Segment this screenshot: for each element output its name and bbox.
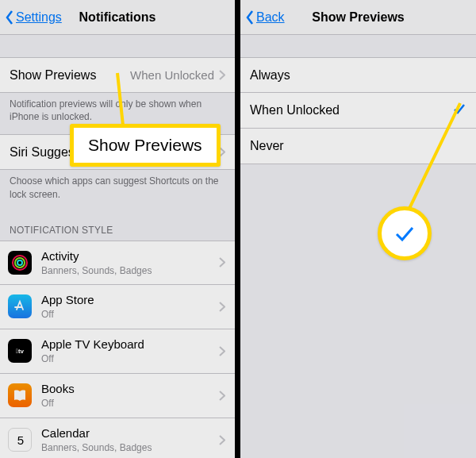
app-sub: Banners, Sounds, Badges bbox=[41, 442, 219, 453]
preview-option[interactable]: Always bbox=[240, 57, 476, 93]
siri-footer: Choose which apps can suggest Shortcuts … bbox=[0, 170, 235, 211]
notification-style-header: NOTIFICATION STYLE bbox=[0, 212, 235, 241]
show-previews-screen: Back Show Previews AlwaysWhen UnlockedNe… bbox=[240, 0, 476, 458]
svg-point-2 bbox=[17, 260, 22, 265]
app-sub: Off bbox=[41, 353, 219, 364]
app-sub: Banners, Sounds, Badges bbox=[41, 265, 219, 276]
option-label: When Unlocked bbox=[250, 103, 452, 117]
chevron-right-icon bbox=[219, 391, 225, 401]
chevron-left-icon bbox=[5, 10, 14, 25]
chevron-right-icon bbox=[219, 435, 225, 445]
app-row[interactable]: ActivityBanners, Sounds, Badges bbox=[0, 241, 235, 285]
activity-icon bbox=[8, 251, 32, 275]
option-label: Never bbox=[250, 139, 466, 153]
preview-option[interactable]: Never bbox=[240, 129, 476, 164]
back-label: Back bbox=[256, 10, 285, 25]
app-row[interactable]: 5CalendarBanners, Sounds, Badges bbox=[0, 418, 235, 458]
calendar-icon: 5 bbox=[8, 428, 32, 452]
app-name: Calendar bbox=[41, 426, 219, 441]
chevron-right-icon bbox=[219, 257, 225, 267]
app-sub: Off bbox=[41, 309, 219, 320]
page-title: Notifications bbox=[79, 10, 156, 25]
back-button[interactable]: Back bbox=[245, 0, 285, 35]
back-label: Settings bbox=[16, 10, 62, 25]
preview-option[interactable]: When Unlocked bbox=[240, 93, 476, 129]
option-label: Always bbox=[250, 68, 466, 83]
app-row[interactable]: App StoreOff bbox=[0, 285, 235, 329]
chevron-right-icon bbox=[219, 302, 225, 312]
app-name: App Store bbox=[41, 293, 219, 307]
row-label: Show Previews bbox=[10, 68, 130, 83]
app-name: Apple TV Keyboard bbox=[41, 337, 219, 352]
app-name: Activity bbox=[41, 249, 219, 264]
back-button[interactable]: Settings bbox=[5, 0, 62, 35]
nav-bar: Back Show Previews bbox=[240, 0, 476, 35]
app-sub: Off bbox=[41, 398, 219, 409]
show-previews-row[interactable]: Show Previews When Unlocked bbox=[0, 57, 235, 93]
notifications-screen: Settings Notifications Show Previews Whe… bbox=[0, 0, 235, 458]
check-icon bbox=[393, 221, 416, 245]
chevron-right-icon bbox=[219, 346, 225, 356]
chevron-left-icon bbox=[245, 10, 255, 25]
app-row[interactable]: BooksOff bbox=[0, 374, 235, 418]
chevron-right-icon bbox=[219, 70, 225, 80]
callout-checkmark bbox=[378, 206, 432, 260]
app-row[interactable]: tvApple TV KeyboardOff bbox=[0, 329, 235, 374]
appletv-icon: tv bbox=[8, 339, 32, 363]
options-list: AlwaysWhen UnlockedNever bbox=[240, 57, 476, 164]
app-list: ActivityBanners, Sounds, BadgesApp Store… bbox=[0, 241, 235, 458]
appstore-icon bbox=[8, 294, 32, 318]
nav-bar: Settings Notifications bbox=[0, 0, 235, 35]
check-icon bbox=[452, 102, 466, 120]
page-title: Show Previews bbox=[312, 10, 405, 25]
app-name: Books bbox=[41, 382, 219, 396]
row-value: When Unlocked bbox=[130, 68, 214, 82]
books-icon bbox=[8, 383, 32, 407]
callout-show-previews: Show Previews bbox=[70, 124, 221, 167]
svg-point-1 bbox=[15, 258, 25, 267]
